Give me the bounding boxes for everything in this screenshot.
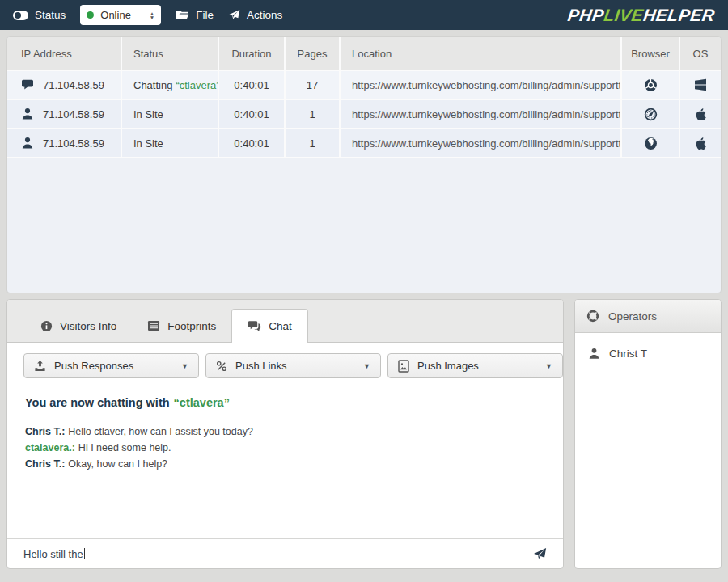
- chat-input-value: Hello still the: [23, 548, 83, 560]
- topbar: Status Online ▲▼ File Actions PHPLIVEHEL…: [0, 0, 728, 30]
- paper-plane-icon: [228, 9, 240, 21]
- status-menu[interactable]: Status: [13, 9, 66, 21]
- status-toggle-icon: [13, 11, 28, 20]
- chat-bubble-icon: [21, 78, 34, 91]
- person-icon: [21, 137, 34, 150]
- message-sender: Chris T.:: [25, 426, 65, 437]
- push-toolbar: Push Responses ▼ Push Links ▼ Push Image…: [7, 343, 563, 378]
- chat-message: Chris T.:Okay, how can I help?: [25, 456, 545, 472]
- visitor-detail-panel: Visitors Info Footprints Chat Push R: [6, 299, 564, 569]
- apple-icon: [695, 108, 707, 121]
- file-menu-label: File: [196, 9, 214, 21]
- message-text: Hi I need some help.: [78, 442, 171, 453]
- visitor-ip: 71.104.58.59: [43, 79, 104, 91]
- chat-message-input[interactable]: Hello still the: [7, 538, 563, 568]
- link-icon: [216, 361, 227, 372]
- logo-php: PHP: [567, 6, 606, 24]
- online-status-select[interactable]: Online ▲▼: [80, 5, 161, 25]
- tab-label: Footprints: [167, 320, 216, 332]
- info-icon: [40, 320, 53, 332]
- tab-label: Chat: [269, 320, 292, 332]
- logo-helper: HELPER: [642, 6, 716, 24]
- operators-header: Operators: [575, 300, 721, 333]
- windows-icon: [694, 78, 707, 91]
- online-dot-icon: [87, 11, 94, 19]
- caret-down-icon: ▼: [363, 362, 370, 370]
- tab-label: Visitors Info: [60, 320, 116, 332]
- status-menu-label: Status: [35, 9, 66, 21]
- operators-panel: Operators Christ T: [574, 299, 722, 569]
- visitor-status: In Site: [133, 108, 163, 120]
- chat-transcript: You are now chatting with“ctlavera” Chri…: [7, 378, 563, 538]
- text-cursor: [84, 548, 85, 559]
- upload-icon: [34, 360, 46, 372]
- visitor-duration: 0:40:01: [219, 129, 286, 158]
- message-sender: Chris T.:: [25, 458, 65, 470]
- message-text: Okay, how can I help?: [68, 458, 167, 470]
- col-header-browser: Browser: [622, 37, 680, 71]
- push-select-label: Push Responses: [54, 360, 133, 372]
- chat-message: ctalavera.:Hi I need some help.: [25, 440, 545, 456]
- actions-menu-label: Actions: [247, 9, 282, 21]
- person-icon: [21, 108, 34, 120]
- push-select-label: Push Images: [417, 360, 479, 372]
- visitor-pages: 17: [286, 71, 341, 100]
- caret-down-icon: ▼: [181, 362, 188, 370]
- send-message-button[interactable]: [533, 547, 547, 561]
- visitor-ip: 71.104.58.59: [43, 137, 104, 150]
- operators-title: Operators: [608, 310, 657, 323]
- firefox-icon: [644, 137, 658, 150]
- person-icon: [588, 348, 600, 360]
- select-spinner-icon: ▲▼: [150, 11, 154, 19]
- message-list: Chris T.:Hello ctlaver, how can I assist…: [25, 424, 545, 472]
- tab-chat[interactable]: Chat: [231, 309, 308, 343]
- visitor-pages: 1: [286, 100, 341, 129]
- safari-icon: [644, 108, 658, 121]
- visitor-location: https://www.turnkeywebhosting.com/billin…: [341, 129, 622, 158]
- footprints-icon: [147, 320, 160, 331]
- col-header-location: Location: [341, 37, 622, 71]
- message-text: Hello ctlaver, how can I assist you toda…: [68, 426, 253, 437]
- visitor-pages: 1: [286, 129, 341, 158]
- chat-bubbles-icon: [248, 320, 261, 332]
- chat-message: Chris T.:Hello ctlaver, how can I assist…: [25, 424, 545, 440]
- tab-bar: Visitors Info Footprints Chat: [7, 300, 563, 343]
- visitor-location: https://www.turnkeywebhosting.com/billin…: [341, 71, 622, 100]
- visitor-status: Chatting: [133, 79, 172, 91]
- life-ring-icon: [586, 310, 599, 323]
- visitors-panel: IP Address Status Duration Pages Locatio…: [6, 36, 722, 293]
- visitor-duration: 0:40:01: [219, 71, 286, 100]
- visitor-ip: 71.104.58.59: [43, 108, 104, 120]
- message-sender: ctalavera.:: [25, 442, 75, 453]
- visitor-duration: 0:40:01: [219, 100, 286, 129]
- chat-banner-name: “ctlavera”: [174, 396, 230, 409]
- visitor-status: In Site: [133, 137, 163, 150]
- col-header-os: OS: [680, 37, 721, 71]
- image-file-icon: [398, 360, 409, 373]
- push-links-select[interactable]: Push Links ▼: [205, 353, 381, 378]
- logo-live: LIVE: [603, 6, 645, 24]
- col-header-duration: Duration: [219, 37, 286, 71]
- apple-icon: [695, 137, 707, 150]
- actions-menu[interactable]: Actions: [228, 9, 282, 21]
- folder-icon: [176, 9, 189, 21]
- visitors-table: IP Address Status Duration Pages Locatio…: [7, 37, 721, 158]
- visitor-location: https://www.turnkeywebhosting.com/billin…: [341, 100, 622, 129]
- push-select-label: Push Links: [235, 360, 287, 372]
- phplivehelper-logo: PHPLIVEHELPER: [567, 6, 717, 25]
- col-header-status: Status: [122, 37, 219, 71]
- online-status-value: Online: [100, 9, 131, 21]
- col-header-ip: IP Address: [7, 37, 122, 71]
- visitor-chat-name: “ctlavera”: [176, 79, 219, 91]
- chat-banner: You are now chatting with“ctlavera”: [25, 396, 545, 409]
- push-responses-select[interactable]: Push Responses ▼: [23, 353, 199, 378]
- col-header-pages: Pages: [286, 37, 341, 71]
- chat-banner-text: You are now chatting with: [25, 396, 170, 409]
- operator-name: Christ T: [609, 348, 647, 360]
- push-images-select[interactable]: Push Images ▼: [387, 353, 563, 378]
- operator-list-item[interactable]: Christ T: [575, 333, 721, 374]
- file-menu[interactable]: File: [176, 9, 214, 21]
- tab-footprints[interactable]: Footprints: [132, 310, 231, 342]
- tab-visitors-info[interactable]: Visitors Info: [25, 310, 132, 342]
- chrome-icon: [644, 78, 658, 92]
